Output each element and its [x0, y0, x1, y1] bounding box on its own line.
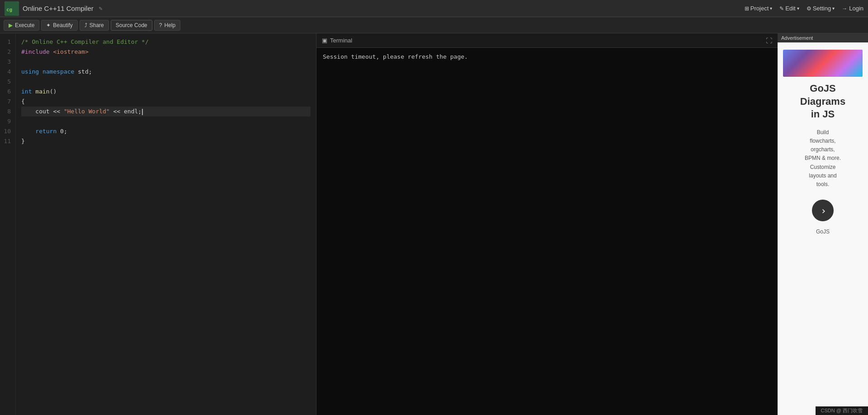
toolbar: ▶ Execute ✦ Beautify ⤴ Share Source Code… [0, 17, 868, 33]
help-icon: ? [159, 22, 162, 28]
line-number: 10 [4, 126, 11, 136]
source-code-button[interactable]: Source Code [111, 20, 152, 31]
beautify-button[interactable]: ✦ Beautify [41, 20, 77, 31]
project-menu[interactable]: ⊞ Project ▾ [745, 5, 772, 12]
terminal-area: ▣ Terminal ⛶ Session timeout, please ref… [316, 33, 778, 415]
code-line: #include <iostream> [21, 47, 311, 57]
app-title: Online C++11 Compiler [23, 5, 94, 12]
ad-description: Buildflowcharts,orgcharts,BPMN & more.Cu… [805, 128, 841, 189]
terminal-icon: ▣ [322, 37, 327, 44]
code-line [21, 57, 311, 67]
share-icon: ⤴ [85, 22, 87, 28]
text-cursor [142, 109, 143, 115]
help-button[interactable]: ? Help [154, 20, 180, 31]
line-number: 11 [4, 136, 11, 146]
line-number: 1 [4, 37, 11, 47]
execute-button[interactable]: ▶ Execute [4, 20, 39, 31]
code-line: } [21, 136, 311, 146]
beautify-icon: ✦ [46, 22, 51, 28]
terminal-title: ▣ Terminal [322, 37, 352, 44]
line-number: 6 [4, 87, 11, 97]
setting-menu[interactable]: ⚙ Setting ▾ [807, 5, 835, 12]
ad-footer: GoJS [816, 228, 830, 235]
main-content: 1234567891011 /* Online C++ Compiler and… [0, 33, 868, 415]
terminal-expand-button[interactable]: ⛶ [766, 37, 772, 44]
ad-header: Advertisement [778, 33, 868, 42]
line-numbers: 1234567891011 [0, 33, 16, 415]
line-number: 4 [4, 67, 11, 77]
code-line: /* Online C++ Compiler and Editor */ [21, 37, 311, 47]
ad-panel: Advertisement GoJSDiagramsin JS Buildflo… [778, 33, 868, 415]
terminal-body: Session timeout, please refresh the page… [316, 48, 778, 415]
share-button[interactable]: ⤴ Share [80, 20, 109, 31]
svg-text:cg: cg [6, 7, 12, 13]
code-line [21, 77, 311, 87]
code-container[interactable]: 1234567891011 /* Online C++ Compiler and… [0, 33, 316, 415]
code-line [21, 117, 311, 126]
status-bar: CSDN @ 西门吹雪 [816, 406, 868, 415]
line-number: 9 [4, 117, 11, 126]
line-number: 3 [4, 57, 11, 67]
line-number: 7 [4, 97, 11, 107]
line-number: 8 [4, 107, 11, 117]
code-line: int main() [21, 87, 311, 97]
ad-banner-image [783, 50, 863, 77]
code-line: using namespace std; [21, 67, 311, 77]
code-line: cout << "Hello World" << endl; [21, 107, 311, 117]
terminal-header: ▣ Terminal ⛶ [316, 33, 778, 48]
ad-content: GoJSDiagramsin JS Buildflowcharts,orgcha… [778, 42, 868, 415]
ad-arrow-icon: › [821, 205, 826, 216]
ad-title: GoJSDiagramsin JS [800, 82, 845, 121]
login-button[interactable]: → Login [842, 5, 863, 12]
logo-icon: cg [5, 1, 19, 16]
edit-menu[interactable]: ✎ Edit ▾ [779, 5, 799, 12]
editor-area: 1234567891011 /* Online C++ Compiler and… [0, 33, 316, 415]
topbar: cg Online C++11 Compiler ✎ ⊞ Project ▾ ✎… [0, 0, 868, 17]
topbar-right: ⊞ Project ▾ ✎ Edit ▾ ⚙ Setting ▾ → Login [745, 5, 863, 12]
logo-area: cg Online C++11 Compiler ✎ [5, 1, 103, 16]
code-line: { [21, 97, 311, 107]
edit-title-icon[interactable]: ✎ [99, 5, 103, 12]
code-line: return 0; [21, 126, 311, 136]
line-number: 2 [4, 47, 11, 57]
line-number: 5 [4, 77, 11, 87]
ad-arrow-button[interactable]: › [812, 200, 834, 221]
execute-icon: ▶ [9, 22, 13, 28]
code-display[interactable]: /* Online C++ Compiler and Editor */#inc… [16, 33, 316, 415]
